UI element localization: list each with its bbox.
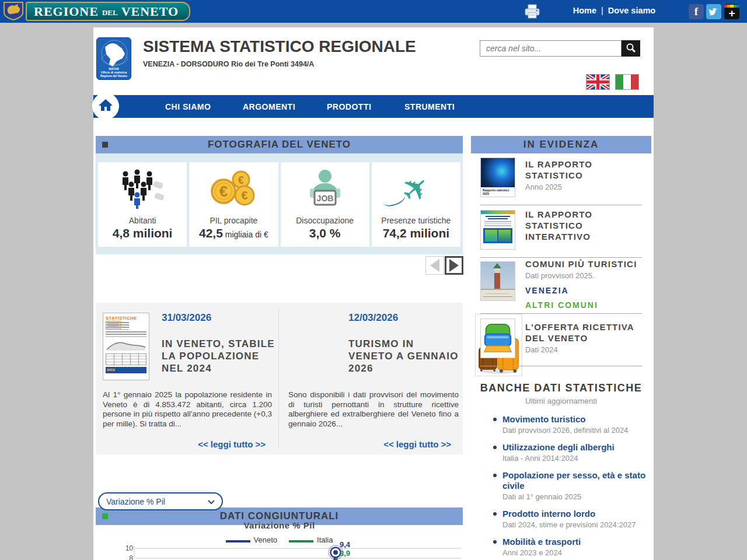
fotografia-cards-panel: Abitanti 4,8 milioni € € € PIL procapite…	[96, 153, 463, 254]
list-item: Prodotto interno lordo Dati 2024, stime …	[493, 509, 646, 529]
home-link[interactable]: Home	[573, 6, 596, 15]
news-title[interactable]: IN VENETO, STABILE LA POPOLAZIONE NEL 20…	[162, 338, 276, 374]
next-arrow-icon	[449, 259, 459, 272]
banche-link[interactable]: Movimento turistico	[502, 414, 646, 425]
chevron-down-icon	[208, 497, 215, 506]
banche-detail: Italia - Anni 2014:2024	[502, 454, 646, 463]
top-links-separator: |	[601, 6, 603, 15]
nav-item-prodotti[interactable]: PRODOTTI	[327, 102, 371, 111]
bullet-icon	[493, 446, 497, 449]
search-button[interactable]	[622, 40, 640, 57]
facebook-glyph: f	[694, 5, 698, 18]
news-date: 12/03/2026	[348, 312, 398, 324]
divider	[480, 366, 642, 366]
card-value: 4,8 milioni	[98, 226, 187, 240]
point-label-veneto: 9,4	[340, 540, 350, 549]
search-icon	[626, 43, 636, 55]
sistar-logo-text: SISTAR Ufficio di statistica Regione del…	[97, 67, 131, 78]
svg-text:€: €	[238, 174, 244, 186]
search-input[interactable]	[480, 40, 622, 57]
banche-link[interactable]: Mobilità e trasporti	[502, 537, 646, 547]
share-icon[interactable]: +	[724, 4, 739, 19]
banche-detail: Dati 2024, stime e previsioni 2024:2027	[502, 520, 646, 529]
page-title: SISTEMA STATISTICO REGIONALE	[143, 37, 416, 56]
leggi-tutto-link[interactable]: << leggi tutto >>	[198, 439, 266, 449]
carousel-prev-button[interactable]	[425, 256, 444, 275]
top-links: Home | Dove siamo	[557, 6, 671, 15]
twitter-icon[interactable]	[706, 4, 721, 19]
carousel-next-button[interactable]	[445, 256, 463, 275]
home-button[interactable]	[92, 93, 119, 120]
thumb-caption: Rapporto statistico 2025	[481, 187, 515, 197]
logo-text-del: del	[102, 6, 118, 18]
point-label-italia: 8,9	[340, 549, 350, 558]
card-label: Abitanti	[98, 216, 187, 225]
banche-detail: Dati provvisori 2026, definitivi al 2024	[502, 426, 646, 435]
evidenza-item: L'OFFERTA RICETTIVA DEL VENETO Dati 2024	[525, 321, 645, 354]
dove-siamo-link[interactable]: Dove siamo	[608, 6, 655, 15]
banche-dati-subtitle: Ultimi aggiornamenti	[471, 397, 651, 405]
evidenza-item-subtitle: Dati 2024	[525, 345, 645, 354]
italian-flag-icon[interactable]	[615, 74, 639, 90]
bullet-icon	[493, 474, 497, 477]
top-bar: REGIONE del VENETO Home | Dove siamo f +	[0, 0, 747, 23]
regione-veneto-logo[interactable]: REGIONE del VENETO	[26, 2, 190, 21]
rapporto-interattivo-thumbnail[interactable]	[480, 210, 515, 250]
rapporto-statistico-thumbnail[interactable]: Rapporto statistico 2025	[480, 158, 515, 197]
print-icon[interactable]	[524, 4, 540, 19]
bed-thumbnail[interactable]	[480, 318, 515, 358]
banche-detail: Dati al 1° gennaio 2025	[502, 492, 646, 501]
divider	[480, 205, 642, 205]
evidenza-item-title[interactable]: COMUNI PIÙ TURISTICI	[525, 258, 645, 270]
altri-comuni-link[interactable]: ALTRI COMUNI	[525, 300, 645, 310]
people-icon	[98, 162, 187, 216]
flyer-table	[106, 354, 146, 365]
sistar-logo[interactable]: SISTAR Ufficio di statistica Regione del…	[96, 37, 131, 80]
evidenza-item-title[interactable]: IL RAPPORTO STATISTICO INTERATTIVO	[525, 209, 645, 242]
leggi-tutto-link[interactable]: << leggi tutto >>	[383, 439, 451, 449]
divider	[480, 257, 642, 258]
news-thumbnail-statistiche[interactable]: STATISTICHE WEB	[103, 313, 149, 380]
share-plus-glyph: +	[728, 8, 735, 19]
bullet-icon	[493, 512, 497, 516]
nav-item-argomenti[interactable]: ARGOMENTI	[243, 102, 295, 111]
news-title[interactable]: TURISMO IN VENETO A GENNAIO 2026	[348, 338, 459, 374]
banche-link[interactable]: Prodotto interno lordo	[502, 509, 646, 519]
in-evidenza-title: IN EVIDENZA	[523, 139, 599, 150]
svg-text:JOB: JOB	[316, 194, 333, 203]
facebook-icon[interactable]: f	[689, 4, 704, 19]
card-abitanti: Abitanti 4,8 milioni	[98, 162, 187, 247]
indicator-select[interactable]: Variazione % Pil	[98, 492, 223, 510]
logo-text-veneto: VENETO	[121, 4, 179, 19]
card-label: Presenze turistiche	[372, 216, 460, 225]
english-flag-icon[interactable]	[586, 74, 610, 90]
venezia-link[interactable]: VENEZIA	[525, 286, 645, 295]
nav-item-strumenti[interactable]: STRUMENTI	[404, 102, 455, 111]
coins-icon: € € €	[189, 162, 278, 216]
banche-dati-list: Movimento turistico Dati provvisori 2026…	[493, 414, 646, 560]
logo-text-regione: REGIONE	[34, 4, 99, 19]
pil-chart: Variazione % Pil Veneto Italia 10 8 9,4 …	[96, 513, 463, 560]
banche-link[interactable]: Utilizzazione degli alberghi	[502, 442, 646, 453]
banche-detail: Anni 2023 e 2024	[502, 548, 646, 557]
main-nav: CHI SIAMO ARGOMENTI PRODOTTI STRUMENTI	[93, 95, 654, 118]
evidenza-item: COMUNI PIÙ TURISTICI Dati provvisori 202…	[525, 258, 645, 310]
section-header-fotografia: FOTOGRAFIA DEL VENETO	[96, 136, 463, 153]
bullet-icon	[493, 540, 497, 544]
venezia-thumbnail[interactable]	[480, 261, 515, 301]
nav-item-chi-siamo[interactable]: CHI SIAMO	[165, 102, 211, 111]
news-item: 12/03/2026 TURISMO IN VENETO A GENNAIO 2…	[282, 303, 463, 454]
flyer-chart	[106, 339, 146, 352]
site-search	[480, 40, 640, 57]
list-item: Popolazione per sesso, età e stato civil…	[493, 470, 646, 501]
news-body: Sono disponibili i dati provvisori del m…	[288, 390, 459, 429]
indicator-select-value: Variazione % Pil	[106, 497, 165, 506]
list-item: Utilizzazione degli alberghi Italia - An…	[493, 442, 646, 463]
evidenza-item-title[interactable]: L'OFFERTA RICETTIVA DEL VENETO	[525, 321, 645, 344]
news-panel: STATISTICHE WEB 31/03/2026 IN VENETO, ST…	[96, 303, 463, 454]
svg-text:€: €	[219, 183, 228, 200]
flyer-title-text: STATISTICHE	[106, 316, 137, 321]
banche-link[interactable]: Popolazione per sesso, età e stato civil…	[502, 470, 646, 491]
evidenza-item-title[interactable]: IL RAPPORTO STATISTICO	[525, 159, 645, 181]
card-label: Disoccupazione	[281, 216, 369, 225]
